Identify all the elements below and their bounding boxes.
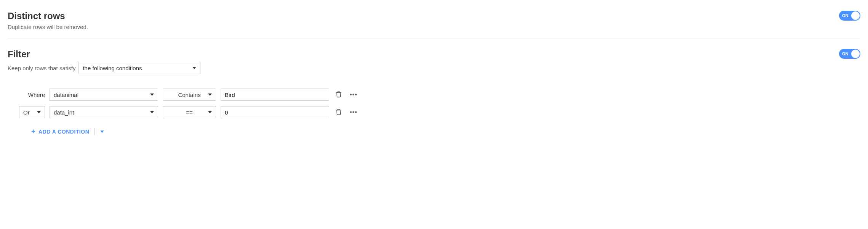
condition-operator-select[interactable]: Contains	[163, 89, 216, 101]
add-condition-row: + ADD A CONDITION	[19, 127, 860, 135]
condition-junction-select[interactable]: Or	[19, 106, 45, 118]
distinct-rows-header: Distinct rows Duplicate rows will be rem…	[8, 11, 839, 30]
condition-column-select[interactable]: data_int	[50, 106, 158, 118]
distinct-rows-toggle[interactable]: ON	[839, 11, 860, 21]
toggle-knob	[851, 50, 860, 58]
filter-mode-select[interactable]: the following conditions	[78, 62, 200, 74]
condition-prefix: Or	[19, 106, 45, 118]
condition-more-button[interactable]: •••	[348, 90, 359, 100]
distinct-rows-section: Distinct rows Duplicate rows will be rem…	[8, 8, 860, 33]
where-label: Where	[28, 92, 45, 98]
filter-toggle[interactable]: ON	[839, 49, 860, 59]
caret-down-icon	[150, 111, 154, 113]
filter-mode-value: the following conditions	[83, 65, 142, 71]
distinct-rows-title: Distinct rows	[8, 11, 839, 21]
distinct-rows-description: Duplicate rows will be removed.	[8, 24, 839, 30]
add-condition-dropdown[interactable]	[100, 131, 104, 133]
more-icon: •••	[350, 109, 357, 116]
add-condition-label: ADD A CONDITION	[38, 129, 89, 135]
add-condition-button[interactable]: + ADD A CONDITION	[31, 127, 89, 135]
condition-prefix: Where	[19, 92, 45, 98]
condition-column-value: datanimal	[54, 92, 78, 98]
condition-more-button[interactable]: •••	[348, 107, 359, 117]
condition-row: Where datanimal Contains •••	[19, 89, 860, 101]
caret-down-icon	[150, 94, 154, 96]
toggle-on-label: ON	[842, 13, 849, 18]
filter-mode-row: Keep only rows that satisfy the followin…	[8, 62, 839, 74]
toggle-knob	[851, 11, 860, 20]
vertical-divider	[94, 128, 95, 135]
caret-down-icon	[192, 67, 196, 69]
caret-down-icon	[208, 94, 212, 96]
delete-condition-button[interactable]	[334, 107, 344, 118]
filter-header: Filter Keep only rows that satisfy the f…	[8, 49, 839, 74]
filter-section: Filter Keep only rows that satisfy the f…	[8, 46, 860, 77]
caret-down-icon	[208, 111, 212, 113]
caret-down-icon	[37, 111, 41, 113]
trash-icon	[335, 91, 342, 99]
condition-operator-select[interactable]: ==	[163, 106, 216, 118]
condition-column-value: data_int	[54, 109, 74, 116]
toggle-on-label: ON	[842, 52, 849, 56]
more-icon: •••	[350, 91, 357, 98]
filter-title: Filter	[8, 49, 839, 60]
condition-row: Or data_int == •••	[19, 106, 860, 118]
condition-operator-value: ==	[186, 109, 193, 116]
delete-condition-button[interactable]	[334, 89, 344, 100]
conditions-container: Where datanimal Contains ••• Or	[8, 89, 860, 135]
plus-icon: +	[31, 127, 35, 135]
section-divider	[8, 39, 860, 39]
filter-description-prefix: Keep only rows that satisfy	[8, 65, 75, 71]
trash-icon	[335, 108, 342, 116]
condition-column-select[interactable]: datanimal	[50, 89, 158, 101]
condition-operator-value: Contains	[178, 92, 200, 98]
condition-value-input[interactable]	[221, 106, 329, 118]
condition-junction-value: Or	[23, 109, 30, 116]
condition-value-input[interactable]	[221, 89, 329, 101]
